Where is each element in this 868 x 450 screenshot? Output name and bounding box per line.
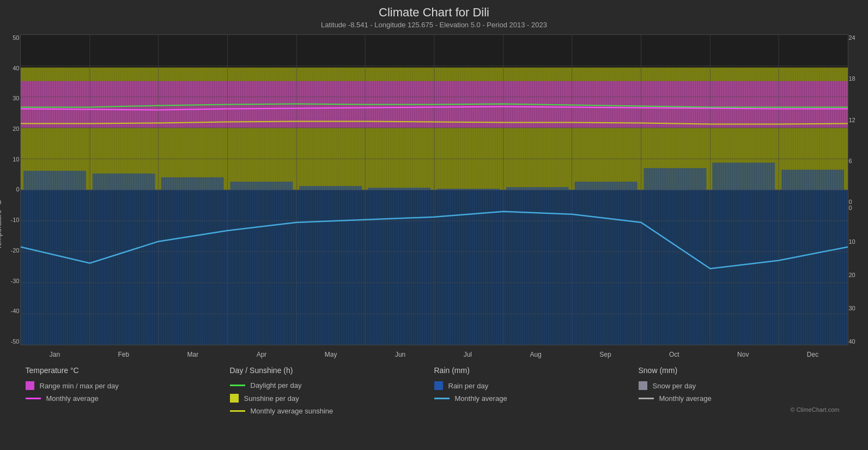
swatch-daylight (230, 385, 245, 386)
y-left-50: 50 (13, 35, 19, 41)
label-temp-avg: Monthly average (46, 394, 99, 403)
y-right-10: 10 (849, 239, 855, 245)
chart-title: Climate Chart for Dili (379, 5, 489, 20)
label-snow-per-day: Snow per day (653, 382, 696, 390)
swatch-temp-avg (26, 398, 41, 399)
legend-rain-title: Rain (mm) (434, 366, 639, 375)
legend-snow-title: Snow (mm) (639, 366, 843, 375)
label-rain-per-day: Rain per day (448, 382, 489, 390)
y-left-40: 40 (13, 65, 19, 71)
legend-snow-avg: Monthly average (639, 394, 843, 403)
label-temp-range: Range min / max per day (40, 382, 119, 390)
swatch-rain-per-day (434, 381, 443, 390)
swatch-sunshine-avg (230, 410, 245, 412)
swatch-temp-range (26, 381, 34, 390)
y-right-30: 30 (849, 305, 855, 311)
y-left-30: 30 (13, 95, 19, 101)
y-left-n30: -30 (11, 278, 20, 284)
legend-temperature: Temperature °C Range min / max per day M… (26, 366, 230, 415)
month-jun: Jun (395, 351, 405, 358)
y-axis-left-labels: 50 40 30 20 10 0 -10 -20 -30 -40 -50 (0, 35, 20, 345)
legend-temp-range: Range min / max per day (26, 381, 230, 390)
y-left-n10: -10 (11, 217, 20, 223)
chart-subtitle: Latitude -8.541 - Longitude 125.675 - El… (321, 21, 547, 29)
legend-rain-per-day: Rain per day (434, 381, 639, 390)
swatch-snow-avg (639, 398, 654, 399)
month-nov: Nov (737, 351, 749, 358)
y-right-6: 6 (849, 158, 852, 164)
month-jan: Jan (50, 351, 60, 358)
legend-rain: Rain (mm) Rain per day Monthly average (434, 366, 639, 415)
legend-sunshine-per-day: Sunshine per day (230, 394, 434, 403)
month-may: May (325, 351, 337, 358)
y-left-n20: -20 (11, 248, 20, 254)
legend-snow: Snow (mm) Snow per day Monthly average ©… (639, 366, 843, 415)
label-snow-avg: Monthly average (659, 394, 712, 403)
y-right-40: 40 (849, 339, 855, 345)
main-chart-svg (21, 35, 848, 345)
y-right-18: 18 (849, 76, 855, 82)
y-axis-right-sunshine-labels: 24 18 12 6 0 (849, 35, 869, 205)
y-left-0: 0 (16, 187, 19, 193)
label-daylight: Daylight per day (251, 381, 302, 389)
y-left-20: 20 (13, 126, 19, 132)
month-feb: Feb (118, 351, 129, 358)
month-jul: Jul (464, 351, 472, 358)
y-right-24: 24 (849, 35, 855, 41)
swatch-sunshine-per-day (230, 394, 239, 403)
copyright: © ClimeChart.com (790, 406, 839, 413)
y-right-0-rain: 0 (849, 205, 852, 211)
legend-snow-per-day: Snow per day (639, 381, 843, 390)
label-rain-avg: Monthly average (455, 394, 507, 403)
label-sunshine-avg: Monthly average sunshine (251, 407, 333, 415)
legend-sunshine-avg: Monthly average sunshine (230, 407, 434, 415)
swatch-snow-per-day (639, 381, 647, 390)
legend-sunshine: Day / Sunshine (h) Daylight per day Suns… (230, 366, 434, 415)
month-mar: Mar (187, 351, 199, 358)
y-axis-right-rain-labels: 0 10 20 30 40 (849, 205, 869, 345)
month-sep: Sep (599, 351, 611, 358)
month-oct: Oct (669, 351, 679, 358)
legend-sunshine-title: Day / Sunshine (h) (230, 366, 434, 375)
chart-area: ClimeChart.com ClimeChart.com (20, 34, 848, 345)
y-left-10: 10 (13, 157, 19, 163)
legend: Temperature °C Range min / max per day M… (20, 366, 848, 415)
month-dec: Dec (807, 351, 818, 358)
legend-rain-avg: Monthly average (434, 394, 639, 403)
y-left-n50: -50 (11, 339, 20, 345)
x-axis-months: Jan Feb Mar Apr May Jun Jul Aug Sep Oct … (21, 351, 848, 358)
y-right-20: 20 (849, 272, 855, 278)
swatch-rain-avg (434, 398, 450, 399)
y-right-12: 12 (849, 117, 855, 123)
month-aug: Aug (530, 351, 541, 358)
legend-temp-avg: Monthly average (26, 394, 230, 403)
legend-daylight: Daylight per day (230, 381, 434, 389)
y-left-n40: -40 (11, 308, 20, 314)
month-apr: Apr (257, 351, 267, 358)
label-sunshine-per-day: Sunshine per day (244, 394, 299, 403)
legend-temperature-title: Temperature °C (26, 366, 230, 375)
